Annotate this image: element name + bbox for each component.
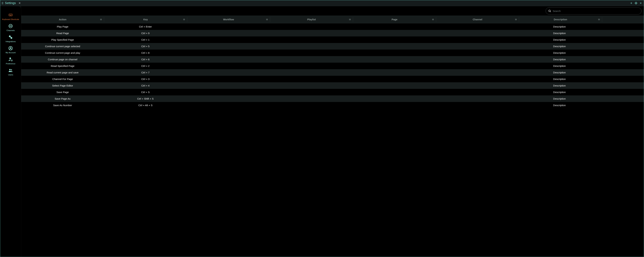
cell-description: Description — [518, 102, 601, 108]
column-header-playlist[interactable]: Playlist — [270, 16, 353, 23]
cell-description: Description — [518, 56, 601, 63]
table-row[interactable]: Read PageCtrl + 9Description — [21, 30, 644, 36]
table-row[interactable]: Channel For PageCtrl + 3Description — [21, 76, 644, 82]
cell-workflow — [187, 69, 270, 76]
cell-action: Play Page — [21, 23, 104, 30]
cell-action: Continue page on channel — [21, 56, 104, 63]
column-menu-icon[interactable] — [100, 18, 102, 21]
cell-description: Description — [518, 49, 601, 56]
svg-point-13 — [549, 10, 550, 11]
move-icon[interactable] — [634, 2, 638, 5]
cell-playlist — [270, 36, 352, 43]
cell-channel — [435, 63, 518, 69]
sidebar-item-label: Keyboard Shortcuts — [2, 18, 19, 20]
cell-playlist — [270, 82, 352, 89]
cell-channel — [435, 49, 518, 56]
cell-page — [352, 30, 435, 36]
cell-workflow — [187, 63, 270, 69]
cell-workflow — [187, 89, 270, 95]
table-row[interactable]: Continue current page selectedCtrl + 5De… — [21, 43, 644, 49]
column-header-workflow[interactable]: Workflow — [187, 16, 270, 23]
person-gear-icon — [8, 57, 13, 62]
cell-key: Ctrl + 7 — [104, 69, 187, 76]
column-menu-icon[interactable] — [598, 18, 600, 21]
grid-body: Play PageCtrl + EnterDescriptionRead Pag… — [21, 23, 644, 108]
column-header-description[interactable]: Description — [519, 16, 602, 23]
cell-description: Description — [518, 82, 601, 89]
cell-playlist — [270, 30, 352, 36]
grip-icon[interactable] — [2, 2, 3, 4]
close-tab-button[interactable]: ✕ — [18, 1, 22, 5]
body: Keyboard ShortcutsChannelsIntegrationsMy… — [0, 6, 644, 257]
table-row[interactable]: Save Page AsCtrl + Shift + SDescription — [21, 95, 644, 102]
sidebar-item-integrations[interactable]: Integrations — [0, 34, 21, 43]
cell-action: Read current page and save — [21, 69, 104, 76]
column-menu-icon[interactable] — [349, 18, 351, 21]
table-row[interactable]: Continue current page and playCtrl + 8De… — [21, 49, 644, 56]
cell-description: Description — [518, 36, 601, 43]
cell-channel — [435, 82, 518, 89]
column-header-action[interactable]: Action — [21, 16, 104, 23]
sidebar-item-keyboard-shortcuts[interactable]: Keyboard Shortcuts — [0, 12, 21, 21]
search-box[interactable] — [546, 7, 642, 14]
cell-key: Ctrl + 5 — [104, 43, 187, 49]
cell-channel — [435, 56, 518, 63]
column-header-key[interactable]: Key — [104, 16, 187, 23]
column-header-channel[interactable]: Channel — [436, 16, 519, 23]
cell-action: Read Specified Page — [21, 63, 104, 69]
column-header-page[interactable]: Page — [353, 16, 436, 23]
plug-icon — [8, 34, 13, 40]
cell-key: Ctrl + 9 — [104, 30, 187, 36]
svg-point-12 — [11, 69, 12, 70]
column-header-label: Action — [59, 18, 66, 21]
add-button[interactable] — [630, 2, 633, 5]
svg-point-3 — [10, 26, 11, 26]
sidebar-item-label: Preference — [6, 63, 15, 65]
cell-workflow — [187, 82, 270, 89]
cell-description: Description — [518, 23, 601, 30]
column-header-label: Page — [392, 18, 398, 21]
search-input[interactable] — [553, 9, 639, 12]
table-row[interactable]: Select Page EditorCtrl + 4Description — [21, 82, 644, 89]
table-row[interactable]: Play Specified PageCtrl + 1Description — [21, 36, 644, 43]
account-circle-icon — [8, 45, 13, 51]
table-row[interactable]: Read Specified PageCtrl + 2Description — [21, 63, 644, 69]
cell-workflow — [187, 49, 270, 56]
table-row[interactable]: Continue page on channelCtrl + 6Descript… — [21, 56, 644, 63]
more-circle-icon — [8, 23, 13, 29]
cell-description: Description — [518, 76, 601, 82]
table-row[interactable]: Play PageCtrl + EnterDescription — [21, 23, 644, 30]
sidebar-item-users[interactable]: Users — [0, 67, 21, 76]
sidebar-item-label: Channels — [6, 29, 15, 31]
close-window-button[interactable] — [639, 2, 642, 5]
sidebar-item-label: Users — [8, 74, 13, 76]
cell-workflow — [187, 23, 270, 30]
sidebar-item-channels[interactable]: Channels — [0, 23, 21, 32]
table-row[interactable]: Save As NumberCtrl + Alt + SDescription — [21, 102, 644, 108]
column-menu-icon[interactable] — [183, 18, 185, 21]
svg-point-2 — [10, 26, 10, 26]
column-menu-icon[interactable] — [515, 18, 517, 21]
cell-action: Save Page As — [21, 95, 104, 102]
cell-action: Continue current page and play — [21, 49, 104, 56]
column-menu-icon[interactable] — [266, 18, 268, 21]
settings-window: Settings ✕ Keyboard ShortcutsChannelsInt… — [0, 0, 644, 257]
cell-playlist — [270, 76, 352, 82]
table-row[interactable]: Save PageCtrl + SDescription — [21, 89, 644, 95]
column-menu-icon[interactable] — [432, 18, 434, 21]
sidebar-item-my-account[interactable]: My Account — [0, 45, 21, 54]
cell-playlist — [270, 89, 352, 95]
cell-action: Select Page Editor — [21, 82, 104, 89]
cell-playlist — [270, 95, 352, 102]
cell-playlist — [270, 69, 352, 76]
table-row[interactable]: Read current page and saveCtrl + 7Descri… — [21, 69, 644, 76]
cell-description: Description — [518, 69, 601, 76]
sidebar-item-preference[interactable]: Preference — [0, 56, 21, 65]
cell-channel — [435, 102, 518, 108]
cell-channel — [435, 95, 518, 102]
cell-channel — [435, 36, 518, 43]
cell-workflow — [187, 95, 270, 102]
cell-description: Description — [518, 89, 601, 95]
cell-key: Ctrl + 6 — [104, 56, 187, 63]
column-header-label: Playlist — [307, 18, 316, 21]
